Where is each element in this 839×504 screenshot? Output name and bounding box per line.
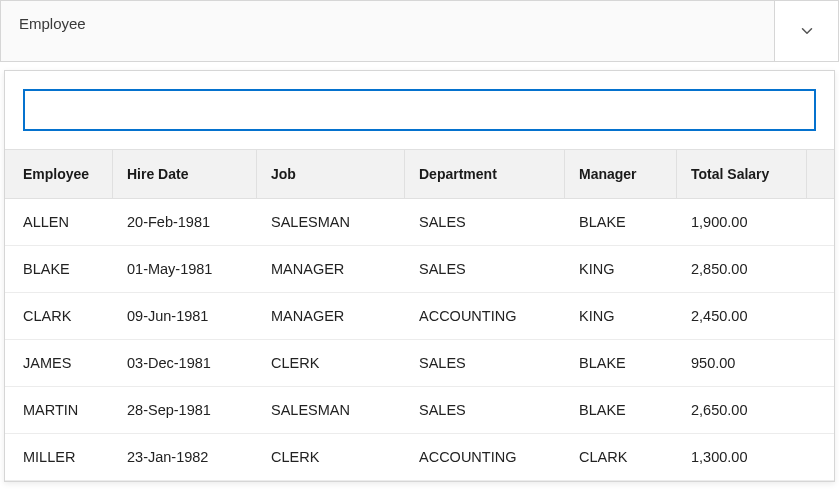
- cell-job: CLERK: [257, 340, 405, 386]
- grid-body: ALLEN20-Feb-1981SALESMANSALESBLAKE1,900.…: [5, 199, 834, 481]
- cell-padding: [807, 434, 835, 480]
- table-row[interactable]: MARTIN28-Sep-1981SALESMANSALESBLAKE2,650…: [5, 387, 834, 434]
- table-row[interactable]: JAMES03-Dec-1981CLERKSALESBLAKE950.00: [5, 340, 834, 387]
- cell-hire-date: 23-Jan-1982: [113, 434, 257, 480]
- table-row[interactable]: MILLER23-Jan-1982CLERKACCOUNTINGCLARK1,3…: [5, 434, 834, 481]
- cell-employee: MARTIN: [5, 387, 113, 433]
- cell-manager: CLARK: [565, 434, 677, 480]
- grid-header-row: Employee Hire Date Job Department Manage…: [5, 149, 834, 199]
- lov-field-label: Employee: [1, 1, 774, 61]
- cell-hire-date: 03-Dec-1981: [113, 340, 257, 386]
- cell-department: SALES: [405, 340, 565, 386]
- cell-padding: [807, 199, 835, 245]
- col-header-hire-date[interactable]: Hire Date: [113, 150, 257, 198]
- cell-total-salary: 2,850.00: [677, 246, 807, 292]
- cell-job: CLERK: [257, 434, 405, 480]
- results-grid: Employee Hire Date Job Department Manage…: [5, 149, 834, 481]
- employee-lov-field[interactable]: Employee: [0, 0, 839, 62]
- cell-department: SALES: [405, 387, 565, 433]
- cell-manager: BLAKE: [565, 340, 677, 386]
- col-header-total-salary[interactable]: Total Salary: [677, 150, 807, 198]
- search-wrapper: [5, 71, 834, 149]
- col-header-job[interactable]: Job: [257, 150, 405, 198]
- cell-padding: [807, 387, 835, 433]
- cell-employee: BLAKE: [5, 246, 113, 292]
- col-header-manager[interactable]: Manager: [565, 150, 677, 198]
- cell-hire-date: 09-Jun-1981: [113, 293, 257, 339]
- cell-manager: KING: [565, 293, 677, 339]
- cell-total-salary: 1,300.00: [677, 434, 807, 480]
- chevron-down-icon: [798, 22, 816, 40]
- cell-hire-date: 28-Sep-1981: [113, 387, 257, 433]
- cell-total-salary: 1,900.00: [677, 199, 807, 245]
- cell-job: SALESMAN: [257, 199, 405, 245]
- cell-total-salary: 950.00: [677, 340, 807, 386]
- cell-manager: BLAKE: [565, 199, 677, 245]
- cell-total-salary: 2,650.00: [677, 387, 807, 433]
- cell-department: SALES: [405, 246, 565, 292]
- table-row[interactable]: BLAKE01-May-1981MANAGERSALESKING2,850.00: [5, 246, 834, 293]
- cell-employee: ALLEN: [5, 199, 113, 245]
- col-header-padding: [807, 150, 835, 198]
- lov-toggle-button[interactable]: [774, 1, 838, 61]
- cell-total-salary: 2,450.00: [677, 293, 807, 339]
- col-header-department[interactable]: Department: [405, 150, 565, 198]
- cell-job: MANAGER: [257, 246, 405, 292]
- cell-manager: KING: [565, 246, 677, 292]
- cell-employee: JAMES: [5, 340, 113, 386]
- cell-hire-date: 01-May-1981: [113, 246, 257, 292]
- cell-padding: [807, 293, 835, 339]
- cell-employee: CLARK: [5, 293, 113, 339]
- table-row[interactable]: CLARK09-Jun-1981MANAGERACCOUNTINGKING2,4…: [5, 293, 834, 340]
- cell-department: SALES: [405, 199, 565, 245]
- lov-popup: Employee Hire Date Job Department Manage…: [4, 70, 835, 482]
- cell-job: SALESMAN: [257, 387, 405, 433]
- search-input[interactable]: [23, 89, 816, 131]
- cell-padding: [807, 340, 835, 386]
- table-row[interactable]: ALLEN20-Feb-1981SALESMANSALESBLAKE1,900.…: [5, 199, 834, 246]
- cell-padding: [807, 246, 835, 292]
- col-header-employee[interactable]: Employee: [5, 150, 113, 198]
- cell-hire-date: 20-Feb-1981: [113, 199, 257, 245]
- cell-employee: MILLER: [5, 434, 113, 480]
- cell-manager: BLAKE: [565, 387, 677, 433]
- cell-department: ACCOUNTING: [405, 293, 565, 339]
- cell-department: ACCOUNTING: [405, 434, 565, 480]
- cell-job: MANAGER: [257, 293, 405, 339]
